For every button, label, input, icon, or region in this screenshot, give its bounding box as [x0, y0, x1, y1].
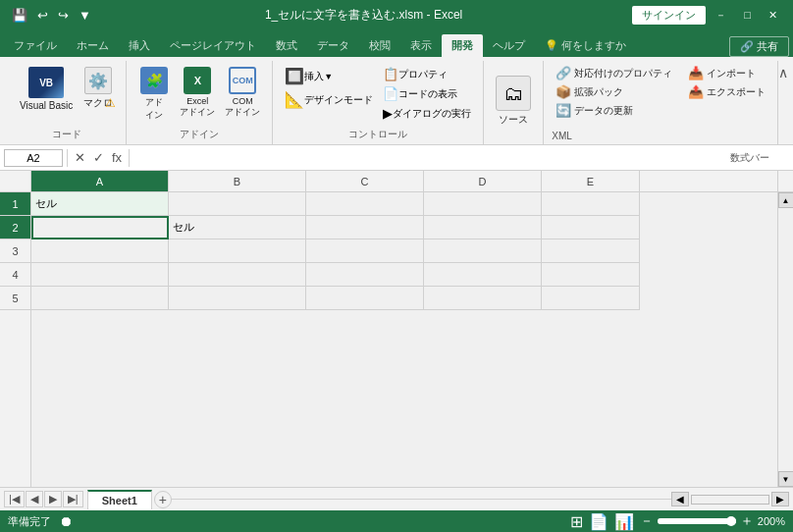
row-header-1[interactable]: 1	[0, 192, 30, 216]
view-normal-icon[interactable]: ⊞	[570, 512, 583, 531]
export-icon: 📤	[688, 84, 704, 99]
col-header-D[interactable]: D	[424, 171, 542, 191]
sheet-nav-prev[interactable]: ◀	[26, 491, 43, 507]
excel-addin-button[interactable]: X Excelアドイン	[176, 65, 219, 121]
insert-control-button[interactable]: 🔲 挿入 ▼	[281, 65, 377, 87]
insert-function-btn[interactable]: fx	[109, 149, 125, 166]
col-header-C[interactable]: C	[306, 171, 424, 191]
map-props-button[interactable]: 🔗 対応付けのプロパティ	[552, 65, 676, 81]
tab-formula[interactable]: 数式	[266, 34, 307, 57]
row-header-3[interactable]: 3	[0, 239, 30, 263]
tab-file[interactable]: ファイル	[4, 34, 67, 57]
cell-E5[interactable]	[542, 287, 640, 310]
row-header-4[interactable]: 4	[0, 263, 30, 287]
scroll-track[interactable]	[778, 208, 794, 471]
cell-E3[interactable]	[542, 239, 640, 263]
import-label: インポート	[707, 67, 756, 80]
com-addin-button[interactable]: COM COMアドイン	[221, 65, 264, 121]
cancel-formula-btn[interactable]: ✕	[72, 149, 88, 166]
hscroll-left-btn[interactable]: ◀	[671, 492, 689, 506]
source-button[interactable]: 🗂 ソース	[492, 74, 535, 129]
addon-button[interactable]: 🧩 アドイン	[134, 65, 174, 124]
zoom-out-btn[interactable]: －	[640, 512, 654, 530]
zoom-slider-track[interactable]	[658, 518, 736, 524]
tab-help[interactable]: ヘルプ	[483, 34, 535, 57]
cell-C4[interactable]	[306, 263, 424, 287]
save-quick-btn[interactable]: 💾	[8, 6, 31, 25]
cell-A1[interactable]: セル	[31, 192, 169, 216]
zoom-slider-thumb[interactable]	[726, 516, 736, 526]
add-sheet-button[interactable]: +	[154, 491, 172, 508]
row-header-5[interactable]: 5	[0, 287, 30, 310]
col-header-B[interactable]: B	[169, 171, 306, 191]
close-button[interactable]: ✕	[761, 7, 785, 24]
row-header-2[interactable]: 2	[0, 216, 30, 239]
tab-home[interactable]: ホーム	[67, 34, 119, 57]
view-page-layout-icon[interactable]: 📄	[589, 512, 608, 531]
cell-reference-box[interactable]: A2	[4, 149, 63, 167]
design-mode-button[interactable]: 📐 デザインモード	[281, 88, 377, 111]
tab-page-layout[interactable]: ページレイアウト	[160, 34, 266, 57]
cell-D4[interactable]	[424, 263, 542, 287]
tab-search[interactable]: 💡 何をしますか	[535, 34, 636, 57]
cell-E2[interactable]	[542, 216, 640, 239]
formula-input[interactable]	[133, 150, 726, 166]
cell-B5[interactable]	[169, 287, 306, 310]
sheet-nav-last[interactable]: ▶|	[63, 491, 83, 507]
cell-D2[interactable]	[424, 216, 542, 239]
tab-developer[interactable]: 開発	[442, 34, 483, 57]
dialog-run-button[interactable]: ▶ ダイアログの実行	[379, 104, 475, 123]
hscroll-right-btn[interactable]: ▶	[771, 492, 789, 506]
macro-button[interactable]: ⚙️ ⚠ マクロ	[79, 65, 118, 112]
redo-btn[interactable]: ↪	[54, 6, 73, 25]
properties-button[interactable]: 📋 プロパティ	[379, 65, 475, 83]
minimize-button[interactable]: －	[708, 6, 734, 25]
data-refresh-button[interactable]: 🔄 データの更新	[552, 102, 676, 119]
import-button[interactable]: 📥 インポート	[684, 65, 769, 81]
cell-C2[interactable]	[306, 216, 424, 239]
cell-A3[interactable]	[31, 239, 169, 263]
ribbon-collapse-button[interactable]: ∧	[778, 65, 788, 80]
col-header-E[interactable]: E	[542, 171, 640, 191]
hscroll-track[interactable]	[691, 495, 769, 505]
undo-btn[interactable]: ↩	[33, 6, 52, 25]
col-header-A[interactable]: A	[31, 171, 169, 191]
export-button[interactable]: 📤 エクスポート	[684, 83, 769, 100]
cell-B1[interactable]	[169, 192, 306, 216]
cell-A4[interactable]	[31, 263, 169, 287]
confirm-formula-btn[interactable]: ✓	[90, 149, 107, 166]
visual-basic-button[interactable]: VB Visual Basic	[16, 65, 77, 113]
cell-A2[interactable]	[31, 216, 169, 239]
cell-B4[interactable]	[169, 263, 306, 287]
sheet-nav-next[interactable]: ▶	[44, 491, 62, 507]
cell-D5[interactable]	[424, 287, 542, 310]
tab-data[interactable]: データ	[307, 34, 359, 57]
cell-C1[interactable]	[306, 192, 424, 216]
code-view-button[interactable]: 📄 コードの表示	[379, 84, 475, 103]
vertical-scrollbar[interactable]: ▲ ▼	[777, 192, 793, 487]
cell-A5[interactable]	[31, 287, 169, 310]
tab-review[interactable]: 校閲	[359, 34, 400, 57]
sheet-nav-first[interactable]: |◀	[4, 491, 25, 507]
macro-record-icon[interactable]: ⏺	[59, 513, 73, 529]
cell-D1[interactable]	[424, 192, 542, 216]
tab-view[interactable]: 表示	[400, 34, 442, 57]
cell-E1[interactable]	[542, 192, 640, 216]
tab-insert[interactable]: 挿入	[119, 34, 160, 57]
cell-C3[interactable]	[306, 239, 424, 263]
cell-E4[interactable]	[542, 263, 640, 287]
zoom-in-btn[interactable]: ＋	[740, 512, 754, 530]
cell-C5[interactable]	[306, 287, 424, 310]
maximize-button[interactable]: □	[736, 7, 759, 23]
view-page-break-icon[interactable]: 📊	[614, 512, 634, 531]
share-button[interactable]: 🔗 共有	[729, 36, 789, 57]
cell-B2[interactable]: セル	[169, 216, 306, 239]
ext-pack-button[interactable]: 📦 拡張パック	[552, 83, 676, 100]
cell-B3[interactable]	[169, 239, 306, 263]
cell-D3[interactable]	[424, 239, 542, 263]
dropdown-btn[interactable]: ▼	[75, 6, 95, 25]
scroll-up-btn[interactable]: ▲	[778, 192, 794, 208]
sign-in-button[interactable]: サインイン	[632, 6, 706, 25]
scroll-down-btn[interactable]: ▼	[778, 471, 794, 487]
sheet-tab-sheet1[interactable]: Sheet1	[87, 490, 152, 509]
